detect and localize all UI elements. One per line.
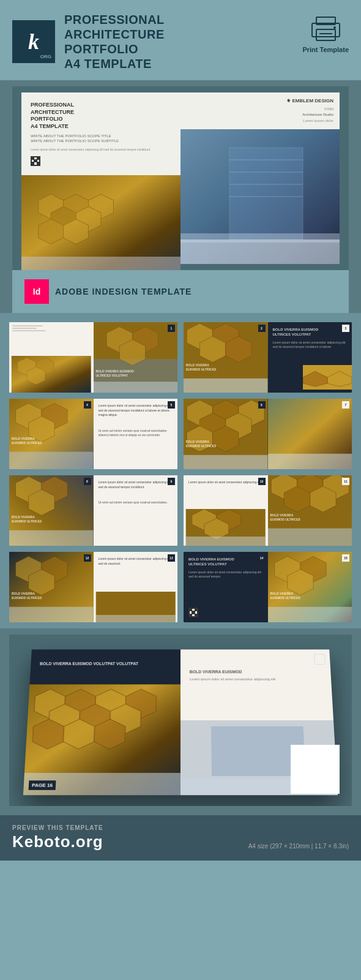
svg-rect-22 — [180, 233, 340, 243]
svg-rect-21 — [180, 239, 340, 264]
svg-rect-57 — [268, 454, 352, 469]
spread-badge-3: 4 — [84, 401, 91, 409]
svg-rect-81 — [95, 615, 175, 622]
spread-3: 4 BOLD VIVERRAEUISMOD ULTRICES Lorem ips… — [9, 399, 177, 469]
spread-right-5: Lorem ipsum dolor sit amet consectetur a… — [94, 475, 178, 546]
svg-rect-62 — [9, 530, 94, 546]
logo-area: k ORG PROFESSIONAL ARCHITECTURE PORTFOLI… — [12, 12, 165, 71]
spread-right-1: 1 BOLD VIVERRA EUISMODULTRICES VOLUTPAT — [94, 322, 178, 393]
spread-badge-7: 12 — [84, 554, 91, 562]
grid-section: 1 BOLD VIVERRA EUISMODULTRICES VOLUTPAT — [0, 313, 361, 628]
svg-rect-16 — [229, 148, 303, 239]
spread-right-8: 15 BOLD VIVERRAEUISMOD ULTRICES — [268, 552, 352, 622]
footer-left: PREVIEW THIS TEMPLATE Keboto.org — [12, 824, 103, 851]
spread-badge-5: 8 — [84, 478, 91, 485]
svg-rect-46 — [9, 452, 94, 469]
main-preview: envato envato PROFESSIONALARCHITECTUREPO… — [0, 80, 361, 313]
svg-rect-2 — [316, 29, 335, 40]
svg-rect-67 — [186, 537, 266, 546]
booklet-left: PROFESSIONALARCHITECTUREPORTFOLIOA4 TEMP… — [21, 92, 180, 264]
list-item: 2 BOLD VIVERRAEUISMOD ULTRICES BOLD VIVE… — [184, 322, 352, 393]
logo-org: ORG — [40, 54, 51, 59]
svg-rect-14 — [21, 257, 180, 270]
spread-badge-2: 2 — [258, 325, 266, 332]
indesign-icon: Id — [24, 279, 49, 304]
spread-badge-5b: 9 — [168, 478, 175, 485]
spread-badge-4b: 7 — [342, 401, 349, 409]
spread-1: 1 BOLD VIVERRA EUISMODULTRICES VOLUTPAT — [9, 322, 177, 393]
adobe-badge: Id ADOBE INDESIGN TEMPLATE — [12, 270, 349, 313]
svg-point-5 — [333, 26, 336, 29]
spread-7: 12 BOLD VIVERRAEUISMOD ULTRICES Lorem ip… — [9, 552, 177, 622]
footer-size: A4 size (297 × 210mm | 11.7 × 8.3in) — [248, 842, 349, 851]
spread-badge-4: 6 — [258, 401, 266, 409]
spread-badge-7b: 13 — [168, 554, 175, 562]
spread-badge-3b: 5 — [168, 401, 175, 409]
booklet-right-header: ⚜ EMBLEM DESIGN FIRM Architecture Studio… — [180, 92, 340, 129]
spread-text-5: BOLD VIVERRAEUISMOD ULTRICES — [9, 513, 44, 526]
footer: PREVIEW THIS TEMPLATE Keboto.org A4 size… — [0, 815, 361, 861]
spread-text-6: BOLD VIVERRAEUISMOD ULTRICES — [268, 511, 303, 524]
list-item: 12 BOLD VIVERRAEUISMOD ULTRICES Lorem ip… — [9, 552, 177, 622]
booklet-right: ⚜ EMBLEM DESIGN FIRM Architecture Studio… — [180, 92, 340, 264]
spread-left-6: Lorem ipsum dolor sit amet consectetur a… — [184, 475, 268, 546]
spread-text-1: BOLD VIVERRA EUISMODULTRICES VOLUTPAT — [94, 367, 136, 380]
title-area: PROFESSIONAL ARCHITECTURE PORTFOLIO A4 T… — [64, 12, 165, 71]
spread-left-4: 6 BOLD VIVERRAEUISMOD ULTRICES — [184, 399, 268, 469]
footer-website[interactable]: Keboto.org — [12, 832, 103, 851]
spread-right-4: 7 — [268, 399, 352, 469]
list-item: 1 BOLD VIVERRA EUISMODULTRICES VOLUTPAT — [9, 322, 177, 393]
svg-rect-38 — [184, 379, 268, 393]
spread-left-2: 2 BOLD VIVERRAEUISMOD ULTRICES — [184, 322, 268, 393]
spread-text-2: BOLD VIVERRAEUISMOD ULTRICES — [184, 361, 218, 374]
spread-badge-8b: 15 — [342, 554, 349, 562]
spread-8: BOLD VIVERRA EUISMODULTRICES VOLUTPAT Lo… — [184, 552, 352, 622]
persp-text: BOLD VIVERRA EUISMOD VOLUTPAT VOLUTPAT — [40, 661, 172, 666]
print-template-area: Print Template — [302, 12, 349, 53]
list-item: 8 BOLD VIVERRAEUISMOD ULTRICES Lorem ips… — [9, 475, 177, 546]
list-item: Lorem ipsum dolor sit amet consectetur a… — [184, 475, 352, 546]
svg-rect-3 — [319, 33, 332, 34]
spread-right-7: Lorem ipsum dolor sit amet consectetur a… — [94, 552, 178, 622]
list-item: 6 BOLD VIVERRAEUISMOD ULTRICES — [184, 399, 352, 469]
emblem-text: ⚜ EMBLEM DESIGN FIRM Architecture Studio… — [286, 97, 333, 124]
spread-text-7: BOLD VIVERRAEUISMOD ULTRICES — [9, 589, 44, 603]
spread-text-8: BOLD VIVERRAEUISMOD ULTRICES — [268, 589, 303, 603]
booklet-subtitle: WRITE ABOUT THE PORTFOLIO SCOPE TITLEWRI… — [31, 134, 171, 144]
bottom-preview-inner: envato envato — [9, 635, 352, 806]
svg-rect-79 — [9, 607, 94, 622]
bottom-preview: envato envato — [0, 628, 361, 815]
booklet-right-image — [180, 129, 340, 264]
svg-rect-86 — [268, 607, 352, 622]
spread-left-5: 8 BOLD VIVERRAEUISMOD ULTRICES — [9, 475, 94, 546]
header: k ORG PROFESSIONAL ARCHITECTURE PORTFOLI… — [0, 0, 361, 80]
spread-5: 8 BOLD VIVERRAEUISMOD ULTRICES Lorem ips… — [9, 475, 177, 546]
svg-rect-32 — [94, 382, 178, 393]
spread-badge-1: 1 — [168, 325, 175, 332]
spread-right-6: 11 BOLD VIVERRAEUISMOD ULTRICES — [268, 475, 352, 546]
booklet-mockup: PROFESSIONALARCHITECTUREPORTFOLIOA4 TEMP… — [21, 92, 340, 264]
printer-icon — [309, 12, 343, 43]
qr-code — [31, 156, 40, 166]
spread-left-8: BOLD VIVERRA EUISMODULTRICES VOLUTPAT Lo… — [184, 552, 268, 622]
list-item: 4 BOLD VIVERRAEUISMOD ULTRICES Lorem ips… — [9, 399, 177, 469]
svg-rect-55 — [184, 455, 268, 469]
spread-2: 2 BOLD VIVERRAEUISMOD ULTRICES BOLD VIVE… — [184, 322, 352, 393]
preview-label: PREVIEW THIS TEMPLATE — [12, 824, 103, 831]
spread-4: 6 BOLD VIVERRAEUISMOD ULTRICES — [184, 399, 352, 469]
spread-badge-2b: 3 — [342, 325, 349, 332]
list-item: BOLD VIVERRA EUISMODULTRICES VOLUTPAT Lo… — [184, 552, 352, 622]
logo-box: k ORG — [12, 20, 55, 63]
svg-rect-74 — [268, 529, 352, 546]
preview-grid: 1 BOLD VIVERRA EUISMODULTRICES VOLUTPAT — [9, 322, 352, 622]
spread-left-7: 12 BOLD VIVERRAEUISMOD ULTRICES — [9, 552, 94, 622]
adobe-label: ADOBE INDESIGN TEMPLATE — [55, 287, 192, 296]
persp-left: BOLD VIVERRA EUISMOD VOLUTPAT VOLUTPAT P… — [23, 649, 180, 795]
booklet-image — [21, 175, 180, 270]
persp-right-badge — [314, 654, 326, 665]
spread-left-3: 4 BOLD VIVERRAEUISMOD ULTRICES — [9, 399, 94, 469]
main-title: PROFESSIONAL ARCHITECTURE PORTFOLIO A4 T… — [64, 12, 165, 71]
booklet-title: PROFESSIONALARCHITECTUREPORTFOLIOA4 TEMP… — [31, 102, 171, 130]
spread-right-2: BOLD VIVERRA EUISMODULTRICES VOLUTPAT Lo… — [268, 322, 352, 393]
spread-left-1 — [9, 322, 94, 393]
